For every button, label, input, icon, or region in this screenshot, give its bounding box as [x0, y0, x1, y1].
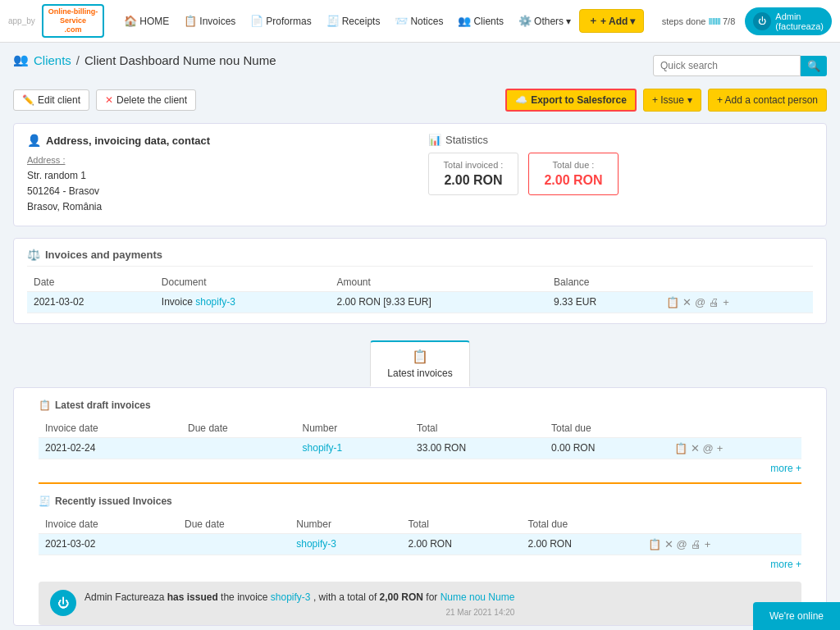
activity-text-for: for [426, 591, 440, 603]
add-icon[interactable]: + [717, 442, 724, 454]
close-icon[interactable]: ✕ [682, 296, 692, 308]
nav-proformas[interactable]: 📄 Proformas [244, 11, 317, 30]
col-balance: Balance [547, 273, 660, 292]
issued-table-body: 2021-03-02 shopify-3 2.00 RON 2.00 RON 📋… [39, 533, 801, 555]
nav-invoices[interactable]: 📋 Invoices [177, 11, 242, 30]
address-section-title: 👤 Address, invoicing data, contact [27, 134, 412, 147]
issued-more-link[interactable]: more + [39, 559, 801, 570]
add-icon[interactable]: + [705, 538, 711, 550]
copy-icon[interactable]: 📋 [674, 442, 687, 454]
add-contact-button[interactable]: + Add a contact person [708, 89, 827, 112]
add-plus-icon: ＋ [588, 14, 598, 28]
print-icon[interactable]: 🖨 [691, 538, 701, 550]
draft-row-number: shopify-1 [296, 437, 411, 459]
issued-invoices-section: 🧾 Recently issued Invoices Invoice date … [39, 495, 801, 570]
scale-icon: ⚖️ [27, 249, 40, 261]
total-due-value: 2.00 RON [542, 173, 605, 188]
draft-table-header: Invoice date Due date Number Total Total… [39, 419, 801, 438]
draft-icon: 📋 [39, 399, 51, 411]
activity-invoice-link[interactable]: shopify-3 [271, 591, 311, 603]
activity-text-mid: the invoice [221, 591, 267, 603]
edit-icon: ✏️ [22, 94, 34, 106]
delete-icon[interactable]: ✕ [691, 442, 700, 454]
issued-row-due-date [178, 533, 290, 555]
search-button[interactable]: 🔍 [801, 56, 827, 76]
activity-content: Admin Factureaza has issued the invoice … [84, 590, 514, 617]
action-right: ☁️ Export to Salesforce + Issue ▾ + Add … [505, 89, 827, 112]
draft-row-total-due: 0.00 RON [545, 437, 668, 459]
address-line-1: Str. random 1 [27, 168, 412, 184]
activity-text-after: , with a total of [313, 591, 380, 603]
page-content: 👥 Clients / Client Dashboard Nume nou Nu… [0, 43, 840, 630]
issued-table-header: Invoice date Due date Number Total Total… [39, 515, 801, 534]
nav-others[interactable]: ⚙️ Others ▾ [512, 11, 578, 30]
issued-col-actions [641, 515, 801, 534]
nav-notices[interactable]: 📨 Notices [388, 11, 450, 30]
draft-action-icons: 📋 ✕ @ + [674, 442, 795, 454]
tab-icon: 📋 [412, 349, 428, 364]
admin-avatar: ⏻ [753, 12, 771, 30]
issued-row-number-link[interactable]: shopify-3 [296, 538, 336, 550]
issued-col-total: Total [401, 515, 521, 534]
delete-icon[interactable]: ✕ [664, 538, 673, 550]
draft-row-number-link[interactable]: shopify-1 [303, 442, 343, 454]
copy-icon[interactable]: 📋 [648, 538, 661, 550]
nav-receipts[interactable]: 🧾 Receipts [320, 11, 387, 30]
invoices-payments-table: Date Document Amount Balance 2021-03-02 … [27, 273, 813, 313]
orange-divider [39, 482, 801, 484]
chat-button[interactable]: We're online [753, 602, 840, 630]
edit-label: Edit client [38, 94, 80, 106]
activity-client-link[interactable]: Nume nou Nume [441, 591, 515, 603]
at-icon[interactable]: @ [677, 538, 687, 550]
at-icon[interactable]: @ [695, 296, 705, 308]
export-salesforce-button[interactable]: ☁️ Export to Salesforce [505, 89, 637, 112]
issued-title-label: Recently issued Invoices [55, 495, 172, 507]
table-row: 2021-03-02 Invoice shopify-3 2.00 RON [9… [27, 291, 813, 313]
logo[interactable]: Online-billing- Service .com [42, 4, 105, 37]
add-label: + Add [600, 16, 628, 27]
table-header: Date Document Amount Balance [27, 273, 813, 292]
delete-label: Delete the client [116, 94, 187, 106]
nav-home[interactable]: 🏠 HOME [117, 11, 176, 30]
add-button[interactable]: ＋ + Add ▾ [579, 9, 644, 33]
total-due-label: Total due : [542, 160, 605, 170]
steps-count: 7/8 [723, 16, 735, 26]
admin-info: Admin (factureaza) [775, 11, 824, 31]
issued-row-total-due: 2.00 RON [522, 533, 641, 555]
print-icon[interactable]: 🖨 [709, 296, 719, 308]
logo-line2: Service [48, 16, 98, 25]
at-icon[interactable]: @ [703, 442, 714, 454]
copy-icon[interactable]: 📋 [666, 296, 679, 308]
breadcrumb-clients-link[interactable]: Clients [34, 53, 71, 67]
doc-link[interactable]: shopify-3 [195, 296, 235, 308]
table-row: 2021-03-02 shopify-3 2.00 RON 2.00 RON 📋… [39, 533, 801, 555]
row-document: Invoice shopify-3 [155, 291, 331, 313]
add-row-icon[interactable]: + [723, 296, 729, 308]
draft-col-total-due: Total due [545, 419, 668, 438]
admin-button[interactable]: ⏻ Admin (factureaza) [745, 7, 832, 35]
admin-name: Admin [775, 11, 824, 21]
action-bar: ✏️ Edit client ✕ Delete the client ☁️ Ex… [13, 89, 827, 112]
issued-row-number: shopify-3 [290, 533, 401, 555]
edit-client-button[interactable]: ✏️ Edit client [13, 89, 89, 111]
tab-latest-invoices[interactable]: 📋 Latest invoices [370, 340, 469, 387]
search-input[interactable] [653, 55, 801, 76]
row-action-icons: 📋 ✕ @ 🖨 + [666, 296, 806, 308]
address-icon: 👤 [27, 134, 41, 147]
draft-table-body: 2021-02-24 shopify-1 33.00 RON 0.00 RON … [39, 437, 801, 459]
draft-more-link[interactable]: more + [39, 463, 801, 474]
nav-proformas-label: Proformas [266, 16, 311, 27]
chevron-down-icon: ▾ [566, 16, 571, 27]
row-amount: 2.00 RON [9.33 EUR] [330, 291, 547, 313]
notices-icon: 📨 [395, 15, 408, 27]
delete-client-button[interactable]: ✕ Delete the client [96, 89, 196, 111]
issue-button[interactable]: + Issue ▾ [643, 89, 701, 112]
nav-clients[interactable]: 👥 Clients [451, 11, 510, 30]
total-invoiced-value: 2.00 RON [442, 173, 504, 188]
stats-boxes: Total invoiced : 2.00 RON Total due : 2.… [428, 153, 813, 195]
activity-amount: 2,00 RON [380, 591, 423, 603]
steps-done: steps done IIIIIII 7/8 [662, 16, 736, 26]
nav-home-label: HOME [139, 16, 169, 27]
draft-row-actions: 📋 ✕ @ + [668, 437, 801, 459]
draft-col-invoice-date: Invoice date [39, 419, 181, 438]
